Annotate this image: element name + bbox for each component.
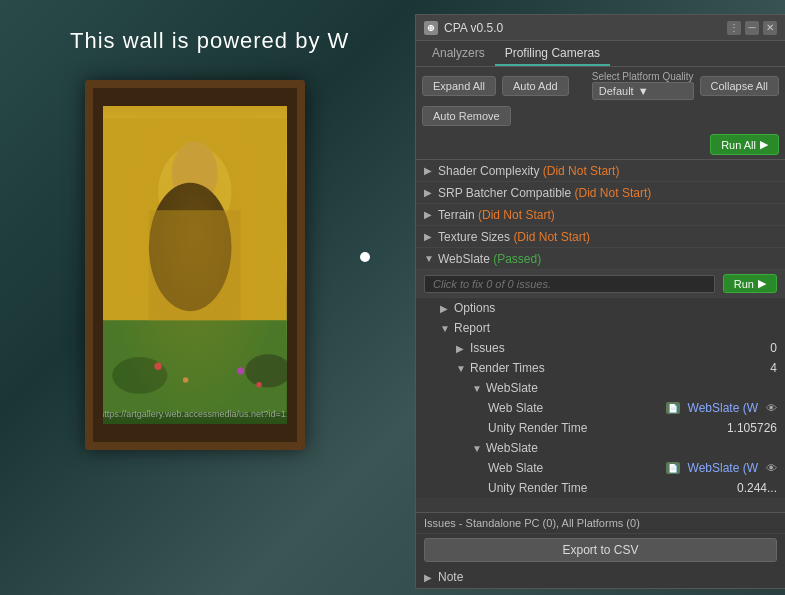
- panel-menu-button[interactable]: ⋮: [727, 21, 741, 35]
- expand-arrow-icon: ▶: [440, 303, 450, 314]
- webslate-item-1[interactable]: ▼ WebSlate: [416, 378, 785, 398]
- wall-text: This wall is powered by W: [70, 28, 349, 54]
- chevron-down-icon: ▼: [638, 85, 649, 97]
- expand-arrow-icon: ▼: [472, 443, 482, 454]
- panel-titlebar: ⊕ CPA v0.5.0 ⋮ ─ ✕: [416, 15, 785, 41]
- painting-url: https://artgallery.web.accessmedia/us.ne…: [103, 409, 287, 419]
- expand-arrow-icon: ▶: [424, 572, 434, 583]
- play-icon: ▶: [760, 138, 768, 151]
- webslate-item-1-render-time[interactable]: Unity Render Time 1.105726: [480, 418, 785, 438]
- analyzer-webslate[interactable]: ▼ WebSlate (Passed): [416, 248, 785, 270]
- painting-area: https://artgallery.web.accessmedia/us.ne…: [85, 80, 305, 450]
- quality-selector: Select Platform Quality Default ▼: [592, 71, 694, 100]
- cpa-panel: ⊕ CPA v0.5.0 ⋮ ─ ✕ Analyzers Profiling C…: [415, 14, 785, 589]
- painting-frame: https://artgallery.web.accessmedia/us.ne…: [85, 80, 305, 450]
- quality-label: Select Platform Quality: [592, 71, 694, 82]
- panel-close-button[interactable]: ✕: [763, 21, 777, 35]
- fix-issues-input[interactable]: [424, 275, 715, 293]
- quality-dropdown[interactable]: Default ▼: [592, 82, 694, 100]
- auto-add-button[interactable]: Auto Add: [502, 76, 569, 96]
- render-times-row[interactable]: ▼ Render Times 4: [416, 358, 785, 378]
- auto-remove-button[interactable]: Auto Remove: [422, 106, 511, 126]
- issues-row[interactable]: ▶ Issues 0: [416, 338, 785, 358]
- panel-minimize-button[interactable]: ─: [745, 21, 759, 35]
- expand-arrow-icon: ▼: [440, 323, 450, 334]
- eye-icon[interactable]: 👁: [766, 402, 777, 414]
- issues-status: Issues - Standalone PC (0), All Platform…: [416, 513, 785, 534]
- tab-bar: Analyzers Profiling Cameras: [416, 41, 785, 67]
- export-csv-button[interactable]: Export to CSV: [424, 538, 777, 562]
- webslate-item-1-webslate[interactable]: Web Slate 📄 WebSlate (W 👁: [480, 398, 785, 418]
- expand-arrow-icon: ▼: [472, 383, 482, 394]
- expand-arrow-icon: ▶: [424, 231, 434, 242]
- panel-title: CPA v0.5.0: [444, 21, 727, 35]
- expand-arrow-icon: ▶: [456, 343, 466, 354]
- expand-arrow-icon: ▶: [424, 187, 434, 198]
- expand-arrow-icon: ▶: [424, 165, 434, 176]
- run-button[interactable]: Run ▶: [723, 274, 777, 293]
- play-icon: ▶: [758, 277, 766, 290]
- expand-arrow-icon: ▶: [424, 209, 434, 220]
- toolbar: Expand All Auto Add Select Platform Qual…: [416, 67, 785, 160]
- painting-image: https://artgallery.web.accessmedia/us.ne…: [103, 106, 287, 425]
- webslate-item-2-render-time[interactable]: Unity Render Time 0.244...: [480, 478, 785, 498]
- panel-controls: ⋮ ─ ✕: [727, 21, 777, 35]
- note-row[interactable]: ▶ Note: [416, 566, 785, 588]
- analyzer-texture-sizes[interactable]: ▶ Texture Sizes (Did Not Start): [416, 226, 785, 248]
- expand-all-button[interactable]: Expand All: [422, 76, 496, 96]
- panel-footer: Issues - Standalone PC (0), All Platform…: [416, 512, 785, 588]
- panel-content[interactable]: ▶ Shader Complexity (Did Not Start) ▶ SR…: [416, 160, 785, 512]
- fix-bar: Run ▶: [416, 270, 785, 298]
- analyzer-shader-complexity[interactable]: ▶ Shader Complexity (Did Not Start): [416, 160, 785, 182]
- expand-arrow-icon: ▼: [456, 363, 466, 374]
- run-all-button[interactable]: Run All ▶: [710, 134, 779, 155]
- webslate-expanded-content: Run ▶ ▶ Options ▼ Report ▶ Issues 0: [416, 270, 785, 498]
- file-icon: 📄: [666, 462, 680, 474]
- collapse-all-button[interactable]: Collapse All: [700, 76, 779, 96]
- webslate-item-2-webslate[interactable]: Web Slate 📄 WebSlate (W 👁: [480, 458, 785, 478]
- options-row[interactable]: ▶ Options: [416, 298, 785, 318]
- tab-profiling-cameras[interactable]: Profiling Cameras: [495, 42, 610, 66]
- webslate-item-2[interactable]: ▼ WebSlate: [416, 438, 785, 458]
- eye-icon[interactable]: 👁: [766, 462, 777, 474]
- white-dot: [360, 252, 370, 262]
- expand-arrow-icon: ▼: [424, 253, 434, 264]
- report-row[interactable]: ▼ Report: [416, 318, 785, 338]
- painting-overlay: [103, 106, 287, 425]
- analyzer-srp-batcher[interactable]: ▶ SRP Batcher Compatible (Did Not Start): [416, 182, 785, 204]
- file-icon: 📄: [666, 402, 680, 414]
- analyzer-terrain[interactable]: ▶ Terrain (Did Not Start): [416, 204, 785, 226]
- tab-analyzers[interactable]: Analyzers: [422, 42, 495, 66]
- cpa-icon: ⊕: [424, 21, 438, 35]
